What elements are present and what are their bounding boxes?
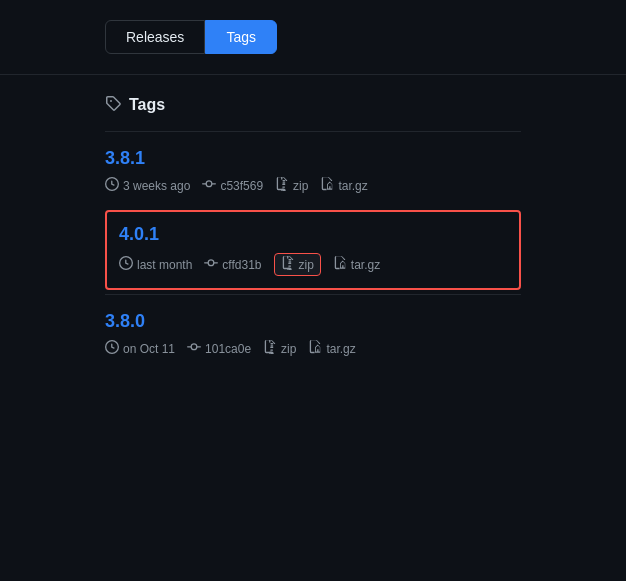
commit-icon-381 (202, 177, 216, 194)
zip-label-380: zip (281, 342, 296, 356)
tag-time-401: last month (119, 256, 192, 273)
tag-meta-380: on Oct 11 101ca0e zip (105, 340, 521, 357)
tag-meta-401: last month cffd31b zip (119, 253, 507, 276)
tag-time-label-401: last month (137, 258, 192, 272)
tabs-container: Releases Tags (0, 0, 626, 54)
tab-tags[interactable]: Tags (205, 20, 277, 54)
tag-commit-380: 101ca0e (187, 340, 251, 357)
zip-label-401: zip (299, 258, 314, 272)
targz-label-401: tar.gz (351, 258, 380, 272)
tag-zip-401[interactable]: zip (274, 253, 321, 276)
tag-item: 3.8.1 3 weeks ago c53f569 (105, 131, 521, 210)
targz-icon-401 (333, 256, 347, 273)
section-header: Tags (105, 95, 521, 115)
zip-icon-381 (275, 177, 289, 194)
clock-icon-381 (105, 177, 119, 194)
tab-releases[interactable]: Releases (105, 20, 205, 54)
zip-icon-401 (281, 256, 295, 273)
tag-targz-381[interactable]: tar.gz (320, 177, 367, 194)
targz-icon-380 (308, 340, 322, 357)
tag-targz-380[interactable]: tar.gz (308, 340, 355, 357)
tag-version-380[interactable]: 3.8.0 (105, 311, 521, 332)
section-title: Tags (129, 96, 165, 114)
tag-time-380: on Oct 11 (105, 340, 175, 357)
tag-icon (105, 95, 121, 115)
tag-zip-380[interactable]: zip (263, 340, 296, 357)
tag-meta-381: 3 weeks ago c53f569 zip (105, 177, 521, 194)
tag-item-380: 3.8.0 on Oct 11 101ca0e (105, 294, 521, 373)
content-area: Tags 3.8.1 3 weeks ago c53f569 (0, 75, 626, 393)
commit-icon-401 (204, 256, 218, 273)
tag-commit-hash-380: 101ca0e (205, 342, 251, 356)
tag-version-401[interactable]: 4.0.1 (119, 224, 507, 245)
tag-commit-hash-381: c53f569 (220, 179, 263, 193)
commit-icon-380 (187, 340, 201, 357)
tag-item-highlighted: 4.0.1 last month cffd31b (105, 210, 521, 290)
tag-time-label-381: 3 weeks ago (123, 179, 190, 193)
targz-icon-381 (320, 177, 334, 194)
tag-commit-hash-401: cffd31b (222, 258, 261, 272)
tag-commit-381: c53f569 (202, 177, 263, 194)
tag-commit-401: cffd31b (204, 256, 261, 273)
targz-label-381: tar.gz (338, 179, 367, 193)
clock-icon-401 (119, 256, 133, 273)
tag-time-381: 3 weeks ago (105, 177, 190, 194)
zip-icon-380 (263, 340, 277, 357)
clock-icon-380 (105, 340, 119, 357)
targz-label-380: tar.gz (326, 342, 355, 356)
tag-time-label-380: on Oct 11 (123, 342, 175, 356)
tag-targz-401[interactable]: tar.gz (333, 256, 380, 273)
zip-label-381: zip (293, 179, 308, 193)
tag-version-381[interactable]: 3.8.1 (105, 148, 521, 169)
tag-zip-381[interactable]: zip (275, 177, 308, 194)
